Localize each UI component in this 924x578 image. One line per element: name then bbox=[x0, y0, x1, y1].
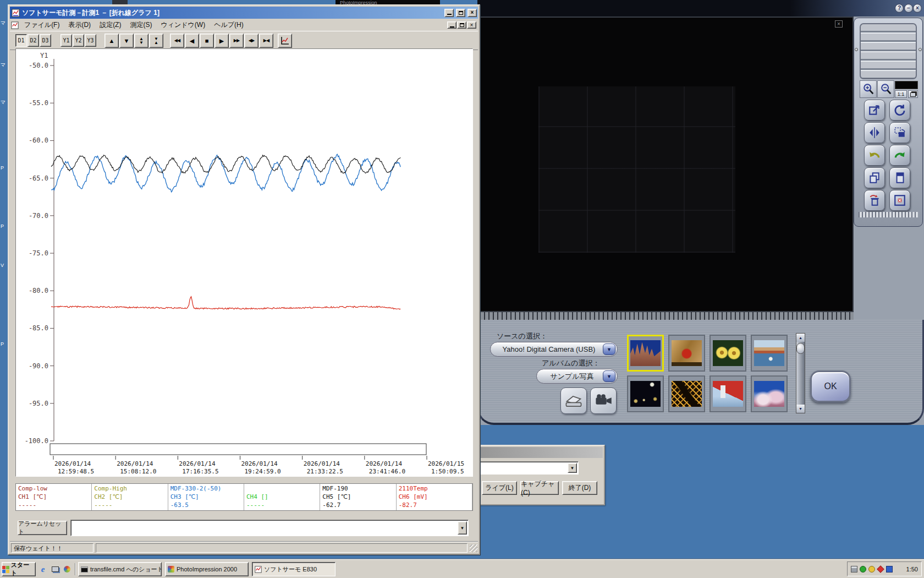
toggle-d1[interactable]: D1 bbox=[15, 34, 27, 47]
toggle-d2[interactable]: D2 bbox=[28, 34, 39, 47]
fit-horizontal-button[interactable]: ◀▶ bbox=[244, 34, 258, 48]
mdi-restore-button[interactable] bbox=[457, 21, 466, 29]
thumbnail-gold-lattice[interactable] bbox=[668, 375, 705, 412]
toggle-y3[interactable]: Y3 bbox=[85, 34, 96, 47]
system-tray: 1:50 bbox=[847, 561, 922, 576]
expand-vertical-button[interactable]: ▲▼ bbox=[134, 34, 148, 48]
status-green-icon[interactable] bbox=[860, 566, 866, 572]
desktop-icon-label-fragment: P bbox=[1, 165, 4, 171]
stop-button[interactable]: ■ bbox=[200, 34, 214, 48]
crop-rotate-button[interactable] bbox=[889, 122, 910, 143]
chart-panel: Y1-50.0-55.0-60.0-65.0-70.0-75.0-80.0-85… bbox=[15, 48, 473, 477]
status-red-icon[interactable] bbox=[877, 565, 884, 573]
dialog-button-0[interactable]: ライブ(L) bbox=[482, 481, 517, 495]
flip-horizontal-button[interactable] bbox=[864, 122, 885, 143]
menu-item-0[interactable]: ファイル(F) bbox=[20, 20, 64, 30]
menu-item-5[interactable]: ヘルプ(H) bbox=[210, 20, 248, 30]
close-button[interactable]: × bbox=[468, 9, 477, 17]
minimize-button[interactable] bbox=[444, 9, 454, 17]
titlebar[interactable]: ソフトサーモ計測－計測1 － [折れ線グラフ 1] × bbox=[10, 7, 478, 19]
compress-vertical-button[interactable]: ▼▲ bbox=[149, 34, 163, 48]
internet-explorer-icon[interactable]: e bbox=[37, 564, 48, 575]
channel-name: Comp-High bbox=[94, 484, 165, 493]
scrollbar-thumb[interactable] bbox=[796, 343, 805, 354]
thumbnail-rock-spires[interactable] bbox=[627, 335, 664, 372]
step-back-button[interactable]: ◀ bbox=[185, 34, 199, 48]
zoom-in-button[interactable] bbox=[860, 80, 877, 98]
thumbnail-ship-lighthouse[interactable] bbox=[710, 375, 746, 412]
viewer-close-icon[interactable]: × bbox=[835, 20, 843, 28]
minimize-button[interactable]: − bbox=[904, 4, 913, 13]
printer-icon[interactable] bbox=[851, 566, 857, 572]
dialog-button-2[interactable]: 終了(D) bbox=[562, 481, 597, 495]
chevron-down-icon[interactable]: ▼ bbox=[603, 343, 615, 355]
toggle-d3[interactable]: D3 bbox=[40, 34, 51, 47]
mdi-minimize-button[interactable] bbox=[447, 21, 457, 29]
restore-button[interactable] bbox=[456, 9, 465, 17]
down-button[interactable]: ▼ bbox=[119, 34, 134, 48]
desktop-icon[interactable] bbox=[50, 564, 61, 575]
status-blue-icon[interactable] bbox=[886, 566, 893, 572]
step-forward-button[interactable]: ▶ bbox=[215, 34, 229, 48]
thumbnail-harbor-town[interactable] bbox=[751, 335, 788, 372]
fast-rewind-button[interactable]: ◀◀ bbox=[170, 34, 184, 48]
desktop-icon-label-fragment: P bbox=[1, 223, 4, 229]
thumbnail-cardinal-bird[interactable] bbox=[668, 335, 705, 372]
zoom-out-button[interactable] bbox=[877, 80, 894, 98]
start-button[interactable]: スタート bbox=[2, 562, 36, 576]
copy-button[interactable] bbox=[864, 167, 885, 188]
album-select-combo[interactable]: サンプル写真 ▼ bbox=[536, 369, 618, 384]
source-select-combo[interactable]: Yahoo! Digital Camera (USB) ▼ bbox=[490, 342, 618, 357]
media-icon[interactable] bbox=[62, 564, 73, 575]
menu-item-2[interactable]: 設定(Z) bbox=[95, 20, 125, 30]
toggle-y2[interactable]: Y2 bbox=[73, 34, 84, 47]
undo-button[interactable] bbox=[864, 145, 885, 166]
acquire-camera-button[interactable] bbox=[590, 388, 617, 414]
alarm-message-combo[interactable]: ▼ bbox=[70, 520, 469, 536]
jump-end-button[interactable]: ▶◀ bbox=[259, 34, 273, 48]
scroll-up-icon[interactable]: ▲ bbox=[796, 334, 805, 342]
dialog-button-1[interactable]: キャプチャ(C) bbox=[520, 481, 559, 495]
taskbar: スタート e transfile.cmd へのショート...PhotoImpre… bbox=[0, 559, 924, 578]
resize-grip[interactable] bbox=[470, 544, 477, 552]
help-button[interactable]: ? bbox=[895, 4, 904, 13]
album-select-label: アルバムの選択： bbox=[542, 358, 600, 368]
menu-item-3[interactable]: 測定(S) bbox=[125, 20, 156, 30]
delete-button[interactable] bbox=[864, 190, 885, 211]
series-ch5 bbox=[51, 155, 400, 173]
thumbnail-night-city[interactable] bbox=[627, 375, 664, 412]
chevron-down-icon[interactable]: ▼ bbox=[603, 370, 615, 382]
alarm-reset-button[interactable]: アラームリセット bbox=[18, 521, 67, 535]
ok-button[interactable]: OK bbox=[810, 370, 851, 402]
task-button-1[interactable]: PhotoImpression 2000 bbox=[165, 562, 249, 576]
channel-name bbox=[246, 484, 317, 493]
redo-button[interactable] bbox=[889, 145, 910, 166]
graph-setup-button[interactable] bbox=[278, 34, 292, 48]
task-button-0[interactable]: transfile.cmd へのショート... bbox=[78, 562, 162, 576]
toggle-y1[interactable]: Y1 bbox=[61, 34, 72, 47]
actual-size-button[interactable]: 1:1 bbox=[895, 90, 907, 98]
close-frame-button[interactable] bbox=[889, 190, 910, 211]
up-button[interactable]: ▲ bbox=[105, 34, 119, 48]
acquire-scanner-button[interactable] bbox=[560, 388, 587, 414]
fast-forward-button[interactable]: ▶▶ bbox=[229, 34, 244, 48]
svg-text:-55.0: -55.0 bbox=[29, 99, 48, 107]
scroll-down-icon[interactable]: ▼ bbox=[796, 405, 805, 413]
rotate-button[interactable] bbox=[889, 100, 910, 121]
close-button[interactable]: × bbox=[913, 4, 922, 13]
status-yellow-icon[interactable] bbox=[868, 566, 875, 572]
chevron-down-icon[interactable]: ▼ bbox=[458, 521, 467, 535]
mdi-close-button[interactable]: × bbox=[467, 21, 476, 29]
paste-button[interactable] bbox=[889, 167, 910, 188]
chevron-down-icon[interactable]: ▼ bbox=[568, 463, 577, 473]
thumbnail-pink-clouds[interactable] bbox=[751, 375, 788, 412]
fit-window-button[interactable] bbox=[908, 90, 918, 98]
resize-button[interactable] bbox=[864, 100, 885, 121]
menu-item-1[interactable]: 表示(D) bbox=[64, 20, 95, 30]
menu-item-4[interactable]: ウィンドウ(W) bbox=[156, 20, 210, 30]
svg-text:2026/01/14: 2026/01/14 bbox=[54, 460, 91, 467]
zoom-out-icon bbox=[879, 83, 893, 96]
thumbnail-scrollbar[interactable]: ▲ ▼ bbox=[796, 333, 805, 413]
task-button-2[interactable]: ソフトサーモ E830 bbox=[252, 562, 336, 576]
thumbnail-yellow-flowers[interactable] bbox=[710, 335, 746, 372]
